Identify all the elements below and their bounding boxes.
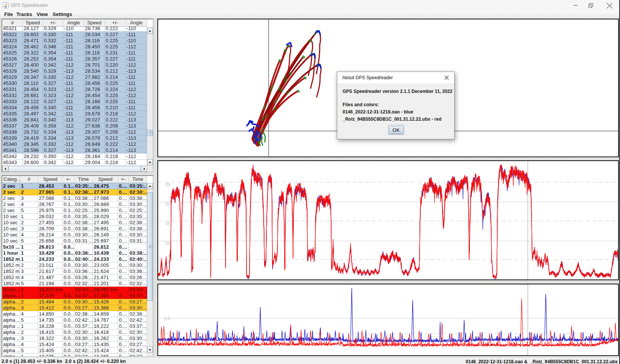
svg-text:15: 15 [165,221,170,225]
svg-text:1.0: 1.0 [164,316,170,321]
svg-text:10: 10 [165,241,170,246]
svg-text:20: 20 [165,202,170,206]
svg-text:25: 25 [165,182,170,187]
